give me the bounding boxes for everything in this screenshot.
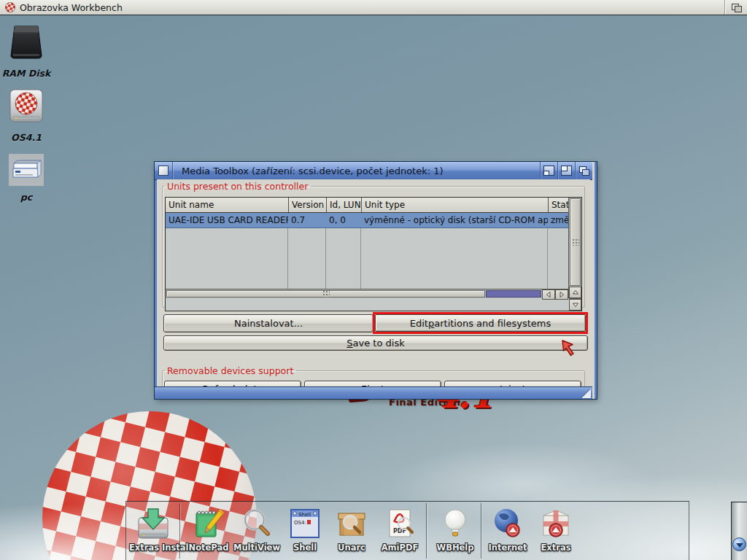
window-content: Units present on this controller Unit na… <box>157 179 590 387</box>
install-button[interactable]: Nainstalovat... <box>163 314 374 332</box>
grip-icon <box>322 290 330 298</box>
vertical-scrollbar[interactable] <box>569 198 581 298</box>
close-icon <box>158 166 169 176</box>
dock-item-extras-installer[interactable]: Extras Instal... <box>129 506 177 553</box>
table-row[interactable]: UAE-IDE USB CARD READER 0.7 0, 0 výměnné… <box>166 213 568 228</box>
chevron-down-icon <box>736 543 743 548</box>
dock-item-internet[interactable]: Internet <box>484 506 532 553</box>
internet-icon <box>490 506 525 541</box>
table-body[interactable]: UAE-IDE USB CARD READER 0.7 0, 0 výměnné… <box>166 213 568 289</box>
svg-text:Shell: Shell <box>298 512 311 518</box>
column-unit-name[interactable]: Unit name <box>166 200 288 210</box>
close-gadget[interactable] <box>155 162 173 179</box>
hscroll-track[interactable] <box>486 290 541 298</box>
units-listview[interactable]: Unit name Version Id, LUN Unit type Stat… <box>165 197 582 311</box>
unarc-icon <box>334 506 369 541</box>
cell-version: 0.7 <box>288 213 326 228</box>
window-title: Media Toolbox (zařízení: scsi.device, po… <box>182 166 444 176</box>
column-id-lun[interactable]: Id, LUN <box>326 198 361 212</box>
desktop-icon-ram-disk[interactable]: RAM Disk <box>0 22 53 79</box>
hscroll-thumb[interactable] <box>166 290 485 298</box>
dock-item-wbhelp[interactable]: WBHelp <box>431 506 479 553</box>
desktop-icon-os41[interactable]: OS4.1 <box>0 86 53 143</box>
subdock-toggle-button[interactable] <box>732 537 746 551</box>
cell-unit-type: výměnné - optický disk (starší CD-ROM ap… <box>361 213 548 228</box>
dock-item-unarc[interactable]: Unarc <box>328 506 376 553</box>
annotation-highlight: Edit partitions and filesystems <box>373 312 588 334</box>
arrow-up-icon <box>572 289 579 296</box>
dock-item-amipdf[interactable]: PDF AmiPDF <box>376 506 424 553</box>
arrow-down-icon <box>572 301 579 308</box>
scroll-right-button[interactable] <box>555 289 568 300</box>
extras-icon <box>538 506 573 541</box>
cell-id-lun: 0, 0 <box>326 213 361 228</box>
extras-installer-icon <box>136 506 171 541</box>
save-button[interactable]: Save to disk <box>163 335 588 351</box>
cell-unit-name: UAE-IDE USB CARD READER <box>166 215 288 225</box>
dock-item-shell[interactable]: Shell OS4: Shell <box>281 506 329 553</box>
amidock: Extras Instal... NotePad Multi <box>125 501 689 560</box>
units-group: Units present on this controller Unit na… <box>162 181 585 308</box>
os41-disk-icon <box>7 86 45 127</box>
depth-gadget[interactable] <box>575 162 592 179</box>
window-depth-icon <box>579 166 589 175</box>
multiview-icon <box>239 506 274 541</box>
dock-separator <box>426 503 427 559</box>
screen-title: Obrazovka Workbench <box>20 2 123 13</box>
dock-item-notepad[interactable]: NotePad <box>185 506 233 553</box>
window-titlebar[interactable]: Media Toolbox (zařízení: scsi.device, po… <box>155 162 592 180</box>
edit-partitions-button[interactable]: Edit partitions and filesystems <box>375 314 586 332</box>
scroll-corner[interactable] <box>569 298 581 311</box>
svg-text:OS4:: OS4: <box>294 520 306 526</box>
column-stat[interactable]: Stat <box>548 198 568 212</box>
scroll-down-button[interactable] <box>569 299 581 311</box>
depth-icon <box>732 4 741 12</box>
pc-drive-icon <box>8 153 44 187</box>
arrow-left-icon <box>545 291 552 298</box>
side-dock <box>731 502 747 560</box>
scroll-up-button[interactable] <box>569 287 581 298</box>
amipdf-icon: PDF <box>382 506 417 541</box>
zoom-gadget[interactable] <box>557 162 575 179</box>
units-group-label: Units present on this controller <box>164 181 311 192</box>
shell-icon: Shell OS4: <box>287 506 322 541</box>
wbhelp-icon <box>438 506 473 541</box>
screen-depth-gadget[interactable] <box>725 0 747 15</box>
iconify-gadget[interactable] <box>540 162 557 179</box>
scroll-left-button[interactable] <box>542 289 555 300</box>
window-bottombar[interactable] <box>155 386 592 399</box>
resize-gadget[interactable] <box>581 389 591 398</box>
horizontal-scrollbar[interactable] <box>166 289 568 298</box>
zoom-icon <box>561 166 572 176</box>
dock-separator <box>481 503 481 559</box>
grip-icon <box>572 238 579 246</box>
cell-stat: změ <box>548 213 568 228</box>
dock-item-extras[interactable]: Extras <box>532 506 580 553</box>
vscroll-thumb[interactable] <box>570 198 581 286</box>
iconify-icon <box>543 166 554 176</box>
notepad-icon <box>191 506 226 541</box>
column-version[interactable]: Version <box>288 198 326 212</box>
desktop: Final Edition 4.1 Obrazovka Workbench <box>0 0 747 560</box>
removable-group-label: Removable devices support <box>164 365 296 376</box>
table-header[interactable]: Unit name Version Id, LUN Unit type Stat <box>166 198 568 213</box>
dock-item-multiview[interactable]: MultiView <box>233 506 281 553</box>
arrow-right-icon <box>558 291 565 298</box>
boing-ball-icon <box>5 2 15 12</box>
ram-disk-icon <box>7 22 45 63</box>
screen-titlebar[interactable]: Obrazovka Workbench <box>0 0 747 15</box>
column-unit-type[interactable]: Unit type <box>361 198 548 212</box>
media-toolbox-window: Media Toolbox (zařízení: scsi.device, po… <box>155 162 597 399</box>
desktop-icon-pc[interactable]: pc <box>0 153 53 203</box>
